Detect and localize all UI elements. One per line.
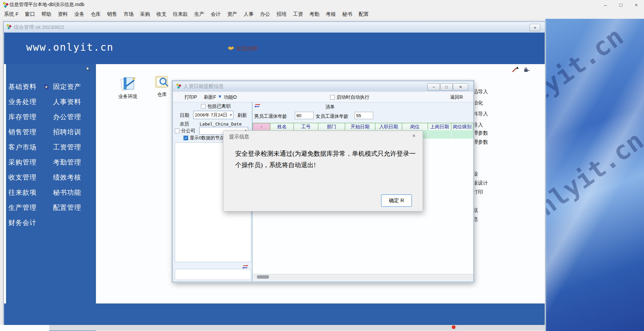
swap-icon[interactable]	[255, 103, 260, 109]
menu-item[interactable]: 采购	[140, 11, 150, 17]
right-menu-item-fragment[interactable]: 板设计	[473, 180, 488, 186]
menu-item[interactable]: 考勤	[309, 11, 319, 17]
menu-item[interactable]: 配置	[359, 11, 369, 17]
qq-group-label: 交流QQ群	[236, 46, 258, 52]
grid-header-cell[interactable]: 岗位级别	[451, 123, 473, 131]
sidebar-item[interactable]: 财务会计	[8, 219, 37, 227]
branch-checkbox[interactable]	[175, 129, 179, 133]
sidebar-item[interactable]: 生产管理	[8, 203, 37, 212]
app-titlebar: 信息管理平台本地-db\演示信息.mdb – □ ×	[0, 0, 644, 9]
right-menu-item-fragment[interactable]: 导入	[473, 122, 483, 128]
menu-item[interactable]: 工资	[293, 11, 303, 17]
dialog-maximize-button[interactable]: □	[440, 83, 453, 91]
desktop-icon-warehouse[interactable]: 仓库	[150, 74, 174, 98]
function-menu-button[interactable]: 功能O	[224, 94, 237, 100]
right-menu-item-fragment[interactable]: 始化	[473, 100, 483, 106]
menu-item[interactable]: 人事	[244, 11, 254, 17]
chevron-down-icon: ▾	[230, 113, 232, 117]
right-menu-item-fragment[interactable]: 料导入	[473, 111, 488, 117]
sidebar-item[interactable]: 考勤管理	[53, 158, 81, 167]
include-resigned-checkbox[interactable]	[201, 104, 206, 109]
menu-item[interactable]: 考核	[326, 11, 336, 17]
branch-label: 分公司	[181, 128, 195, 134]
sidebar-item[interactable]: 办公管理	[53, 113, 81, 121]
menu-item[interactable]: 系统 F	[4, 11, 18, 17]
right-menu-item-fragment[interactable]: 息	[473, 216, 478, 223]
sidebar-item[interactable]: 往来款项	[8, 188, 37, 197]
menu-item[interactable]: 资料	[58, 11, 68, 17]
right-menu-item-fragment[interactable]: 航	[473, 207, 478, 214]
sidebar-item[interactable]: 招聘培训	[53, 128, 81, 136]
date-combobox[interactable]: 2006年 7月24日 ▾	[193, 111, 233, 119]
refresh-button[interactable]: 刷新F	[204, 94, 216, 100]
menu-item[interactable]: 招培	[276, 11, 286, 17]
sidebar-item[interactable]: 绩效考核	[53, 173, 81, 182]
menu-item[interactable]: 生产	[194, 11, 204, 17]
right-menu-item-fragment[interactable]: 打印	[473, 189, 483, 195]
menu-item[interactable]: 市场	[123, 11, 133, 17]
desktop-wallpaper: onlyit.cn onlyit.cn	[545, 19, 644, 331]
right-menu-item-fragment[interactable]: 业	[473, 171, 478, 177]
scrollbar-thumb[interactable]	[257, 275, 269, 279]
menu-item[interactable]: 业务	[74, 11, 84, 17]
mdi-close-button[interactable]: ×	[530, 24, 540, 31]
menu-item[interactable]: 秘书	[342, 11, 352, 17]
menu-item[interactable]: 往来款	[173, 11, 188, 17]
minimize-button[interactable]: –	[598, 0, 613, 9]
sidebar-item[interactable]: 秘书功能	[53, 188, 81, 197]
autorun-checkbox[interactable]	[330, 95, 335, 100]
branch-row: 分公司	[175, 128, 195, 134]
date-refresh-button[interactable]: 刷新	[237, 112, 247, 119]
sidebar-item[interactable]: 业务处理	[8, 98, 37, 106]
menu-item[interactable]: 窗口	[25, 11, 35, 17]
menu-item[interactable]: 资产	[227, 11, 237, 17]
female-retire-age-input[interactable]	[355, 112, 373, 119]
show-zero-checkbox[interactable]: ✓	[183, 136, 188, 140]
menu-item[interactable]: 销售	[107, 11, 117, 17]
sidebar-item[interactable]: 采购管理	[8, 158, 37, 167]
right-menu-item-fragment[interactable]: 品导入	[473, 89, 488, 95]
left-bottom-panel	[175, 269, 251, 280]
back-button[interactable]: 返回R	[450, 94, 463, 100]
dialog-close-button[interactable]: ×	[453, 83, 468, 91]
qq-group-link[interactable]: 交流QQ群	[227, 45, 258, 52]
grid-header-cell[interactable]: 岗位	[402, 123, 428, 131]
desktop-icon-business-env[interactable]: 业务环境	[116, 76, 140, 100]
include-resigned-label: 包括已离职	[207, 103, 231, 109]
warehouse-icon	[154, 74, 170, 90]
close-button[interactable]: ×	[629, 0, 644, 9]
grid-header-cell[interactable]: 开始日期	[345, 123, 375, 131]
menu-item[interactable]: 收支	[156, 11, 166, 17]
plug-icon[interactable]	[523, 66, 530, 75]
grid-header-cell[interactable]: 姓名	[270, 123, 294, 131]
sidebar-item[interactable]: 库存管理	[8, 113, 37, 121]
sidebar-item[interactable]: 客户市场	[8, 143, 37, 151]
autorun-label: 启动时自动执行	[336, 94, 369, 100]
menu-item[interactable]: 办公	[260, 11, 270, 17]
sidebar-item[interactable]: 固定资产	[53, 83, 81, 91]
grid-header-cell[interactable]: 工号	[294, 123, 318, 131]
sidebar-item[interactable]: 配置管理	[53, 203, 81, 212]
print-button[interactable]: 打印P	[184, 94, 197, 100]
right-menu-item-fragment[interactable]: 理参数	[473, 139, 488, 145]
sidebar-item[interactable]: 工资管理	[53, 143, 81, 151]
grid-header-cell[interactable]: -	[253, 123, 270, 131]
ok-button[interactable]: 确定 R	[381, 194, 412, 207]
sidebar-item[interactable]: 基础资料	[8, 83, 37, 91]
menu-item[interactable]: 仓库	[91, 11, 101, 17]
sidebar-item[interactable]: 人事资料	[53, 98, 81, 106]
right-menu-item-fragment[interactable]: 理参数	[473, 130, 488, 136]
menu-item[interactable]: 会计	[211, 11, 221, 17]
male-retire-age-input[interactable]	[295, 112, 314, 119]
menu-item[interactable]: 帮助	[41, 11, 51, 17]
grid-header-cell[interactable]: 部门	[318, 123, 345, 131]
dialog-minimize-button[interactable]: –	[427, 83, 440, 91]
maximize-button[interactable]: □	[613, 0, 629, 9]
sidebar-item[interactable]: 销售管理	[8, 128, 37, 136]
grid-header-cell[interactable]: 上岗日期	[428, 123, 451, 131]
horizontal-scrollbar[interactable]	[253, 274, 473, 280]
sidebar-item[interactable]: 收支管理	[8, 173, 37, 182]
grid-header-cell[interactable]: 入职日期	[375, 123, 402, 131]
message-box-close-icon[interactable]: ×	[410, 133, 418, 140]
pushpin-icon[interactable]	[86, 67, 91, 73]
